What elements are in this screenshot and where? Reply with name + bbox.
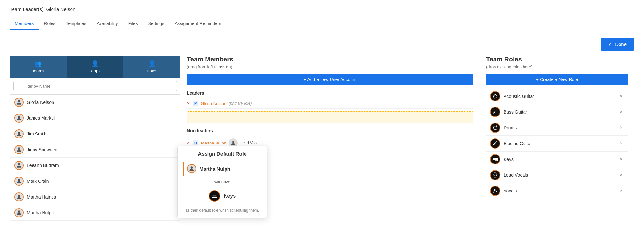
remove-leader-button[interactable]: ✕ bbox=[187, 101, 190, 106]
add-user-button[interactable]: + Add a new User Account bbox=[187, 74, 473, 85]
tab-members[interactable]: Members bbox=[10, 18, 39, 30]
svg-point-2 bbox=[18, 132, 20, 134]
svg-point-9 bbox=[232, 141, 234, 143]
list-item[interactable]: Jinny Snowden bbox=[10, 142, 180, 158]
role-name: Vocals bbox=[504, 188, 615, 193]
leaders-section: Leaders ✕ P Gloria Nelson (primary role) bbox=[187, 90, 473, 123]
non-leader-role: Lead Vocals bbox=[240, 141, 261, 145]
list-item[interactable]: Martha Haines bbox=[10, 189, 180, 205]
role-item: Electric Guitar × bbox=[486, 136, 628, 152]
remove-role-button[interactable]: × bbox=[619, 172, 624, 178]
avatar bbox=[14, 177, 24, 186]
svg-rect-29 bbox=[215, 195, 215, 197]
remove-role-button[interactable]: × bbox=[619, 141, 624, 146]
teams-icon: 👥 bbox=[34, 60, 42, 67]
remove-role-button[interactable]: × bbox=[619, 125, 624, 131]
remove-non-leader-button[interactable]: ✕ bbox=[187, 141, 190, 145]
popup-role-icon bbox=[209, 190, 220, 202]
svg-rect-28 bbox=[214, 195, 214, 197]
svg-point-5 bbox=[18, 179, 20, 181]
tab-roles[interactable]: Roles bbox=[39, 18, 61, 30]
svg-point-24 bbox=[494, 189, 496, 191]
svg-line-11 bbox=[494, 126, 495, 126]
role-name: Lead Vocals bbox=[504, 172, 615, 178]
tab-templates[interactable]: Templates bbox=[61, 18, 91, 30]
list-item[interactable]: James Markul bbox=[10, 110, 180, 126]
drums-icon bbox=[490, 123, 500, 133]
person-name: Jim Smith bbox=[27, 131, 46, 136]
tab-availability[interactable]: Availability bbox=[91, 18, 123, 30]
list-item[interactable]: Ministry Brands bbox=[10, 221, 180, 223]
team-leader-label: Team Leader(s): Gloria Nelson bbox=[10, 6, 634, 12]
list-item[interactable]: Mark Crain bbox=[10, 173, 180, 189]
person-name: Leeann Buttram bbox=[27, 163, 59, 168]
role-item: Drums × bbox=[486, 120, 628, 136]
nav-tabs: Members Roles Templates Availability Fil… bbox=[10, 18, 634, 30]
svg-point-7 bbox=[18, 210, 20, 213]
check-icon: ✓ bbox=[608, 41, 612, 47]
right-panel: Team Roles (drop existing roles here) + … bbox=[480, 56, 634, 199]
svg-point-3 bbox=[18, 147, 20, 150]
svg-rect-19 bbox=[494, 158, 495, 160]
avatar bbox=[14, 208, 24, 217]
svg-point-10 bbox=[493, 126, 497, 128]
popup-avatar bbox=[187, 164, 196, 173]
bass-guitar-icon bbox=[490, 107, 500, 117]
keys-icon bbox=[490, 154, 500, 164]
leader-row: ✕ P Gloria Nelson (primary role) bbox=[187, 98, 473, 109]
non-leader-name: Martha Nulph bbox=[201, 141, 226, 145]
person-name: James Markul bbox=[27, 116, 55, 121]
panel-tab-people[interactable]: 👤 People bbox=[67, 56, 124, 78]
team-roles-hint: (drop existing roles here) bbox=[486, 64, 628, 69]
person-name: Mark Crain bbox=[27, 179, 49, 184]
popup-will-have: will have bbox=[183, 180, 262, 184]
remove-role-button[interactable]: × bbox=[619, 156, 624, 162]
leader-role-hint: (primary role) bbox=[229, 101, 252, 106]
leaders-assign-dropzone[interactable] bbox=[187, 111, 473, 123]
list-item[interactable]: Jim Smith bbox=[10, 126, 180, 142]
people-icon: 👤 bbox=[91, 60, 99, 67]
role-item: Keys × bbox=[486, 152, 628, 167]
popup-description: as their default role when scheduling th… bbox=[183, 208, 262, 213]
avatar bbox=[14, 145, 24, 154]
svg-line-12 bbox=[496, 126, 497, 126]
electric-guitar-icon bbox=[490, 138, 500, 149]
list-item[interactable]: Leeann Buttram bbox=[10, 158, 180, 173]
person-name: Martha Nulph bbox=[27, 210, 54, 215]
popup-person-row: Martha Nulph bbox=[183, 162, 262, 176]
svg-rect-20 bbox=[495, 158, 496, 160]
avatar bbox=[14, 129, 24, 138]
svg-rect-18 bbox=[493, 158, 494, 160]
role-name: Acoustic Guitar bbox=[504, 94, 615, 99]
role-name: Electric Guitar bbox=[504, 141, 615, 146]
leaders-title: Leaders bbox=[187, 90, 473, 96]
popup-title: Assign Default Role bbox=[183, 151, 262, 157]
role-item: Acoustic Guitar × bbox=[486, 88, 628, 104]
remove-role-button[interactable]: × bbox=[619, 93, 624, 99]
person-name: Gloria Nelson bbox=[27, 100, 54, 105]
avatar bbox=[14, 98, 24, 107]
svg-point-1 bbox=[18, 116, 20, 118]
filter-input[interactable] bbox=[13, 81, 177, 91]
done-button[interactable]: ✓ Done bbox=[601, 38, 634, 51]
panel-tab-teams[interactable]: 👥 Teams bbox=[10, 56, 67, 78]
role-item: Vocals × bbox=[486, 183, 628, 199]
role-name: Bass Guitar bbox=[504, 109, 615, 115]
panel-tab-roles[interactable]: 👤 Roles bbox=[123, 56, 180, 78]
create-role-button[interactable]: + Create a New Role bbox=[486, 74, 628, 85]
role-name: Keys bbox=[504, 157, 615, 162]
list-item[interactable]: Gloria Nelson bbox=[10, 95, 180, 110]
avatar bbox=[14, 161, 24, 170]
role-name: Drums bbox=[504, 125, 615, 130]
vocals-icon bbox=[490, 186, 500, 196]
person-name: Martha Haines bbox=[27, 194, 56, 200]
tab-files[interactable]: Files bbox=[123, 18, 143, 30]
tab-assignment-reminders[interactable]: Assignment Reminders bbox=[169, 18, 226, 30]
remove-role-button[interactable]: × bbox=[619, 109, 624, 115]
roles-panel-icon: 👤 bbox=[149, 60, 156, 67]
remove-role-button[interactable]: × bbox=[619, 188, 624, 194]
tab-settings[interactable]: Settings bbox=[143, 18, 169, 30]
list-item[interactable]: Martha Nulph bbox=[10, 205, 180, 221]
svg-point-6 bbox=[18, 195, 20, 197]
svg-rect-21 bbox=[496, 158, 497, 160]
